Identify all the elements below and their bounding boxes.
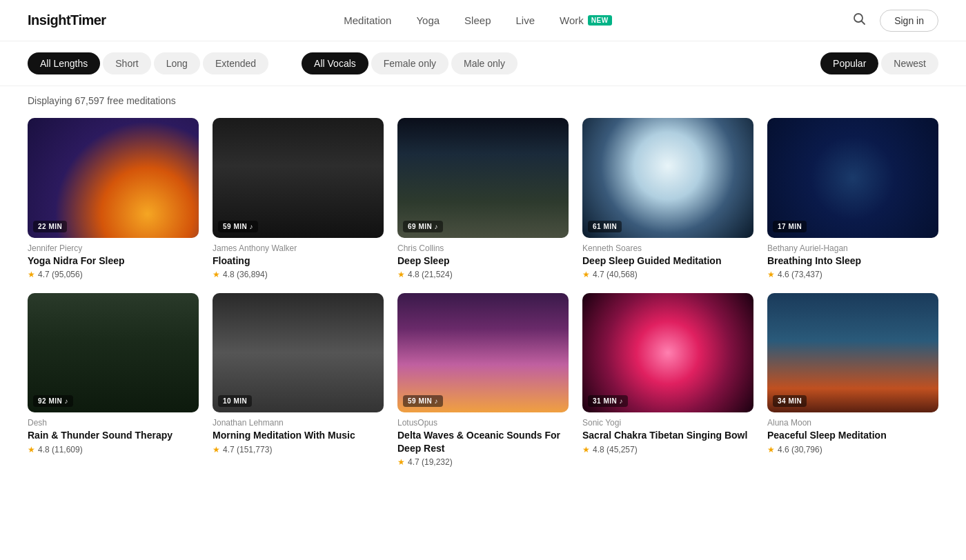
filter-extended[interactable]: Extended bbox=[203, 52, 268, 74]
card-duration: 59 MIN ♪ bbox=[403, 395, 443, 407]
meditation-card-9[interactable]: 31 MIN ♪ Sonic Yogi Sacral Chakra Tibeta… bbox=[582, 293, 753, 467]
meditation-card-8[interactable]: 59 MIN ♪ LotusOpus Delta Waves & Oceanic… bbox=[397, 293, 569, 467]
filter-all-vocals[interactable]: All Vocals bbox=[302, 52, 368, 74]
rating-value: 4.7 (40,568) bbox=[593, 270, 638, 279]
card-thumbnail: 59 MIN ♪ bbox=[397, 293, 569, 413]
star-icon: ★ bbox=[397, 457, 405, 467]
count-bar: Displaying 67,597 free meditations bbox=[0, 86, 966, 112]
card-image bbox=[767, 293, 938, 413]
meditation-card-5[interactable]: 17 MIN Bethany Auriel-Hagan Breathing In… bbox=[767, 118, 938, 279]
sort-filter-group: Popular Newest bbox=[820, 52, 938, 74]
card-rating: ★ 4.7 (95,056) bbox=[28, 270, 199, 279]
card-title: Morning Meditation With Music bbox=[213, 429, 384, 441]
card-title: Yoga Nidra For Sleep bbox=[28, 254, 199, 267]
card-rating: ★ 4.7 (40,568) bbox=[582, 270, 753, 279]
card-author: Desh bbox=[28, 418, 199, 428]
card-rating: ★ 4.8 (11,609) bbox=[28, 445, 199, 454]
card-duration: 10 MIN bbox=[218, 395, 252, 407]
card-thumbnail: 22 MIN bbox=[28, 118, 199, 238]
header-actions: Sign in bbox=[849, 9, 938, 32]
card-image bbox=[28, 293, 199, 413]
star-icon: ★ bbox=[582, 270, 590, 279]
card-thumbnail: 69 MIN ♪ bbox=[397, 118, 569, 238]
meditation-card-6[interactable]: 92 MIN ♪ Desh Rain & Thunder Sound Thera… bbox=[28, 293, 199, 467]
sign-in-button[interactable]: Sign in bbox=[880, 10, 938, 32]
nav-label-live: Live bbox=[515, 14, 535, 26]
card-duration: 17 MIN bbox=[773, 221, 807, 232]
star-icon: ★ bbox=[213, 270, 220, 279]
card-title: Rain & Thunder Sound Therapy bbox=[28, 429, 199, 441]
meditation-card-10[interactable]: 34 MIN Aluna Moon Peaceful Sleep Meditat… bbox=[767, 293, 938, 467]
filters-row: All Lengths Short Long Extended All Voca… bbox=[0, 41, 966, 86]
meditation-card-2[interactable]: 59 MIN ♪ James Anthony Walker Floating ★… bbox=[213, 118, 384, 279]
star-icon: ★ bbox=[213, 445, 220, 454]
filter-female-only[interactable]: Female only bbox=[371, 52, 448, 74]
card-image bbox=[767, 118, 938, 238]
length-filter-group: All Lengths Short Long Extended bbox=[28, 52, 268, 74]
meditation-card-3[interactable]: 69 MIN ♪ Chris Collins Deep Sleep ★ 4.8 … bbox=[397, 118, 569, 279]
filter-long[interactable]: Long bbox=[154, 52, 200, 74]
card-duration: 34 MIN bbox=[773, 395, 807, 407]
nav-label-work: Work bbox=[560, 14, 584, 26]
nav-item-meditation[interactable]: Meditation bbox=[344, 14, 391, 26]
main-nav: Meditation Yoga Sleep Live Work NEW bbox=[344, 14, 611, 26]
card-thumbnail: 10 MIN bbox=[213, 293, 384, 413]
rating-value: 4.8 (21,524) bbox=[408, 270, 453, 279]
nav-label-meditation: Meditation bbox=[344, 14, 391, 26]
nav-badge-work: NEW bbox=[588, 15, 612, 26]
star-icon: ★ bbox=[767, 445, 775, 454]
rating-value: 4.8 (11,609) bbox=[38, 445, 83, 454]
vocal-filter-group: All Vocals Female only Male only bbox=[302, 52, 518, 74]
filters-left: All Lengths Short Long Extended All Voca… bbox=[28, 52, 518, 74]
card-title: Sacral Chakra Tibetan Singing Bowl bbox=[582, 429, 753, 441]
card-title: Peaceful Sleep Meditation bbox=[767, 429, 938, 441]
filter-male-only[interactable]: Male only bbox=[451, 52, 518, 74]
search-button[interactable] bbox=[849, 9, 869, 32]
rating-value: 4.7 (19,232) bbox=[408, 457, 453, 467]
card-duration: 31 MIN ♪ bbox=[588, 395, 628, 407]
rating-value: 4.8 (36,894) bbox=[223, 270, 268, 279]
card-image bbox=[213, 118, 384, 238]
card-duration: 59 MIN ♪ bbox=[218, 221, 258, 232]
meditation-card-7[interactable]: 10 MIN Jonathan Lehmann Morning Meditati… bbox=[213, 293, 384, 467]
sort-newest[interactable]: Newest bbox=[881, 52, 938, 74]
card-duration: 92 MIN ♪ bbox=[33, 395, 73, 407]
search-icon bbox=[852, 12, 866, 26]
card-thumbnail: 59 MIN ♪ bbox=[213, 118, 384, 238]
nav-item-sleep[interactable]: Sleep bbox=[464, 14, 491, 26]
card-author: Bethany Auriel-Hagan bbox=[767, 243, 938, 253]
card-duration: 22 MIN bbox=[33, 221, 67, 232]
nav-item-live[interactable]: Live bbox=[515, 14, 535, 26]
card-author: LotusOpus bbox=[397, 418, 569, 428]
card-rating: ★ 4.8 (45,257) bbox=[582, 445, 753, 454]
nav-item-work[interactable]: Work NEW bbox=[560, 14, 612, 26]
card-rating: ★ 4.8 (21,524) bbox=[397, 270, 569, 279]
card-thumbnail: 34 MIN bbox=[767, 293, 938, 413]
header: InsightTimer Meditation Yoga Sleep Live … bbox=[0, 0, 966, 41]
star-icon: ★ bbox=[28, 445, 35, 454]
meditation-grid: 22 MIN Jennifer Piercy Yoga Nidra For Sl… bbox=[28, 118, 938, 467]
meditation-grid-section: 22 MIN Jennifer Piercy Yoga Nidra For Sl… bbox=[0, 112, 966, 497]
count-text: Displaying 67,597 free meditations bbox=[28, 95, 176, 106]
meditation-card-4[interactable]: 61 MIN Kenneth Soares Deep Sleep Guided … bbox=[582, 118, 753, 279]
card-image bbox=[582, 118, 753, 238]
nav-label-yoga: Yoga bbox=[416, 14, 440, 26]
card-title: Breathing Into Sleep bbox=[767, 254, 938, 267]
card-author: Aluna Moon bbox=[767, 418, 938, 428]
card-thumbnail: 61 MIN bbox=[582, 118, 753, 238]
sort-popular[interactable]: Popular bbox=[820, 52, 878, 74]
card-title: Deep Sleep bbox=[397, 254, 569, 267]
filter-all-lengths[interactable]: All Lengths bbox=[28, 52, 100, 74]
nav-label-sleep: Sleep bbox=[464, 14, 491, 26]
card-thumbnail: 31 MIN ♪ bbox=[582, 293, 753, 413]
rating-value: 4.7 (95,056) bbox=[38, 270, 83, 279]
rating-value: 4.8 (45,257) bbox=[593, 445, 638, 454]
nav-item-yoga[interactable]: Yoga bbox=[416, 14, 440, 26]
card-author: Jennifer Piercy bbox=[28, 243, 199, 253]
card-rating: ★ 4.6 (30,796) bbox=[767, 445, 938, 454]
meditation-card-1[interactable]: 22 MIN Jennifer Piercy Yoga Nidra For Sl… bbox=[28, 118, 199, 279]
card-author: Kenneth Soares bbox=[582, 243, 753, 253]
filter-short[interactable]: Short bbox=[103, 52, 150, 74]
card-image bbox=[213, 293, 384, 413]
card-rating: ★ 4.6 (73,437) bbox=[767, 270, 938, 279]
